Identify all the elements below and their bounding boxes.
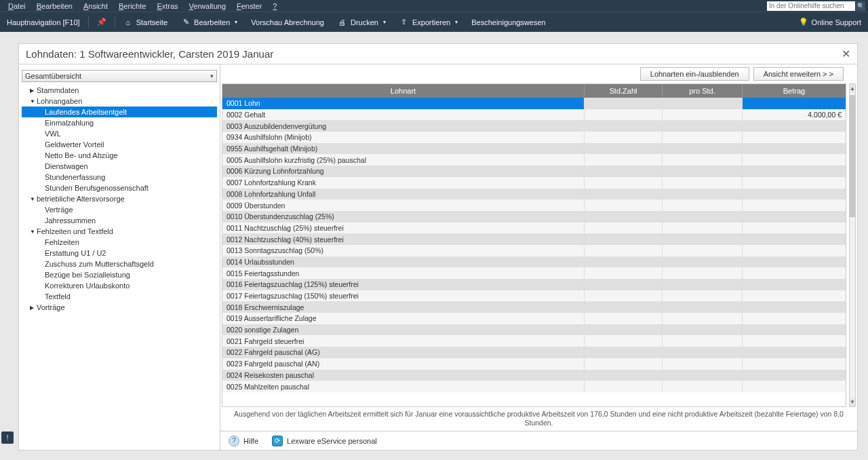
lexware-eservice-button[interactable]: ⟳Lexware eService personal	[272, 436, 377, 446]
help-icon: ?	[229, 436, 239, 446]
info-text: Ausgehend von der täglichen Arbeitszeit …	[220, 407, 857, 431]
nav-item[interactable]: Stunden Berufsgenossenschaft	[22, 183, 217, 193]
workspace: ! Lohndaten: 1 Softwareentwickler, Carst…	[0, 32, 868, 460]
menu-extras[interactable]: Extras	[151, 2, 183, 10]
table-row[interactable]: 0009 Überstunden	[222, 199, 846, 211]
nav-item[interactable]: Jahressummen	[22, 215, 217, 226]
col-stdzahl[interactable]: Std.Zahl	[585, 84, 663, 98]
table-row[interactable]: 0013 Sonntagszuschlag (50%)	[222, 245, 846, 256]
online-support-button[interactable]: 💡Online Support	[792, 12, 868, 32]
panel-title: Lohndaten: 1 Softwareentwickler, Carsten…	[26, 48, 273, 60]
table-row[interactable]: 0005 Aushilfslohn kurzfristig (25%) paus…	[222, 154, 846, 166]
lohnarten-grid: Lohnart Std.Zahl pro Std. Betrag 0001 Lo…	[222, 83, 846, 407]
table-row[interactable]: 0955 Aushilfsgehalt (Minijob)	[222, 143, 846, 155]
onlinehelp-search-input[interactable]	[767, 1, 855, 11]
bulb-icon: 💡	[799, 18, 808, 27]
nav-item[interactable]: Geldwerter Vorteil	[22, 139, 217, 150]
nav-item[interactable]: Fehlzeiten	[22, 237, 217, 248]
grid-scrollbar[interactable]: ▲ ▼	[849, 83, 856, 407]
nav-column: Gesamtübersicht ▶Stammdaten▼LohnangabenL…	[19, 64, 220, 450]
table-row[interactable]: 0010 Überstundenzuschlag (25%)	[222, 211, 846, 223]
startseite-button[interactable]: ⌂Startseite	[117, 12, 174, 32]
nav-item[interactable]: Dienstwagen	[22, 161, 217, 172]
table-row[interactable]: 0012 Nachtzuschlag (40%) steuerfrei	[222, 233, 846, 245]
table-row[interactable]: 0019 Aussertarifliche Zulage	[222, 313, 846, 324]
nav-item[interactable]: Laufendes Arbeitsentgelt	[22, 107, 217, 117]
menu-datei[interactable]: Datei	[3, 2, 31, 10]
table-row[interactable]: 0002 Gehalt4.000,00 €	[222, 109, 846, 121]
table-row[interactable]: 0017 Feiertagszuschlag (150%) steuerfrei	[222, 290, 846, 302]
nav-item[interactable]: Stundenerfassung	[22, 172, 217, 183]
col-lohnart[interactable]: Lohnart	[222, 84, 585, 98]
table-row[interactable]: 0025 Mahlzeiten pauschal	[222, 381, 846, 392]
lexware-icon: ⟳	[272, 436, 283, 446]
drucken-button[interactable]: 🖨Drucken▾	[331, 12, 393, 32]
scroll-up-icon[interactable]: ▲	[850, 84, 855, 92]
table-row[interactable]: 0007 Lohnfortzahlung Krank	[222, 177, 846, 189]
pin-icon[interactable]: 📌	[90, 12, 113, 32]
pencil-icon: ✎	[181, 18, 191, 27]
panel-header: Lohndaten: 1 Softwareentwickler, Carsten…	[19, 44, 857, 64]
home-icon: ⌂	[123, 18, 133, 27]
nav-item[interactable]: Textfeld	[22, 291, 217, 302]
table-row[interactable]: 0022 Fahrgeld pauschal (AG)	[222, 347, 846, 358]
exportieren-button[interactable]: ⇪Exportieren▾	[393, 12, 465, 32]
table-row[interactable]: 0016 Feiertagszuschlag (125%) steuerfrei	[222, 279, 846, 290]
nav-item[interactable]: ▶Vorträge	[22, 302, 217, 313]
lohnarten-toggle-button[interactable]: Lohnarten ein-/ausblenden	[640, 67, 749, 81]
nav-tree: ▶Stammdaten▼LohnangabenLaufendes Arbeits…	[22, 85, 217, 444]
menu-berichte[interactable]: Berichte	[113, 2, 151, 10]
table-row[interactable]: 0003 Auszubildendenvergütung	[222, 120, 846, 132]
menu-help[interactable]: ?	[267, 2, 282, 10]
table-row[interactable]: 0011 Nachtzuschlag (25%) steuerfrei	[222, 223, 846, 234]
nav-item[interactable]: Einmalzahlung	[22, 117, 217, 128]
table-row[interactable]: 0020 sonstige Zulagen	[222, 324, 846, 336]
hilfe-button[interactable]: ?Hilfe	[229, 436, 258, 446]
bescheinigungswesen-button[interactable]: Bescheinigungswesen	[465, 12, 552, 32]
menubar: Datei Bearbeiten Ansicht Berichte Extras…	[0, 0, 868, 12]
bearbeiten-button[interactable]: ✎Bearbeiten▾	[174, 12, 244, 32]
table-row[interactable]: 0021 Fahrgeld steuerfrei	[222, 335, 846, 347]
grid-body: 0001 Lohn0002 Gehalt4.000,00 €0003 Auszu…	[222, 98, 846, 406]
content-column: Lohnarten ein-/ausblenden Ansicht erweit…	[220, 64, 857, 450]
nav-item[interactable]: Erstattung U1 / U2	[22, 248, 217, 258]
ansicht-erweitern-button[interactable]: Ansicht erweitern > >	[753, 67, 844, 81]
table-row[interactable]: 0008 Lohnfortzahlung Unfall	[222, 189, 846, 200]
menu-verwaltung[interactable]: Verwaltung	[184, 2, 231, 10]
table-row[interactable]: 0014 Urlaubsstunden	[222, 256, 846, 268]
table-row[interactable]: 0024 Reisekosten pauschal	[222, 370, 846, 381]
menu-fenster[interactable]: Fenster	[231, 2, 267, 10]
nav-item[interactable]: VWL	[22, 128, 217, 139]
nav-item[interactable]: Bezüge bei Sozialleistung	[22, 269, 217, 280]
menu-ansicht[interactable]: Ansicht	[78, 2, 113, 10]
nav-item[interactable]: ▶Stammdaten	[22, 85, 217, 96]
table-row[interactable]: 0018 Erschwerniszulage	[222, 301, 846, 313]
table-row[interactable]: 0015 Feiertagsstunden	[222, 267, 846, 279]
close-icon[interactable]: ✕	[842, 47, 850, 60]
scroll-thumb[interactable]	[850, 95, 855, 217]
toolbar: Hauptnavigation [F10] 📌 ⌂Startseite ✎Bea…	[0, 12, 868, 32]
table-row[interactable]: 0934 Aushilfslohn (Minijob)	[222, 132, 846, 143]
col-prostd[interactable]: pro Std.	[663, 84, 743, 98]
nav-item[interactable]: ▼Lohnangaben	[22, 96, 217, 107]
view-select[interactable]: Gesamtübersicht	[22, 70, 217, 82]
nav-item[interactable]: ▼betriebliche Altersvorsorge	[22, 193, 217, 204]
printer-icon: 🖨	[338, 18, 347, 27]
vorschau-button[interactable]: Vorschau Abrechnung	[244, 12, 331, 32]
col-betrag[interactable]: Betrag	[743, 84, 846, 98]
table-row[interactable]: 0006 Kürzung Lohnfortzahlung	[222, 166, 846, 177]
hauptnavigation-button[interactable]: Hauptnavigation [F10]	[0, 12, 87, 32]
nav-item[interactable]: Korrekturen Urlaubskonto	[22, 280, 217, 291]
scroll-down-icon[interactable]: ▼	[850, 398, 855, 406]
menu-bearbeiten[interactable]: Bearbeiten	[31, 2, 78, 10]
nav-item[interactable]: Verträge	[22, 204, 217, 215]
nav-item[interactable]: ▼Fehlzeiten und Textfeld	[22, 226, 217, 237]
search-icon[interactable]: 🔍	[856, 1, 865, 11]
side-alert-icon[interactable]: !	[1, 432, 14, 444]
nav-item[interactable]: Netto Be- und Abzüge	[22, 150, 217, 161]
table-row[interactable]: 0001 Lohn	[222, 98, 846, 109]
export-icon: ⇪	[399, 18, 409, 27]
table-row[interactable]: 0023 Fahrgeld pauschal (AN)	[222, 358, 846, 370]
nav-item[interactable]: Zuschuss zum Mutterschaftsgeld	[22, 258, 217, 269]
grid-header: Lohnart Std.Zahl pro Std. Betrag	[222, 84, 846, 98]
